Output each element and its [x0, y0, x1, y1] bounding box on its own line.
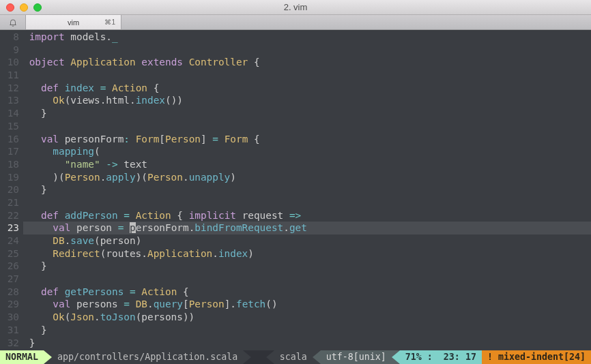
- line-number: 20: [0, 183, 19, 196]
- code-line[interactable]: [23, 196, 591, 209]
- notifications-button[interactable]: [0, 15, 26, 29]
- code-line[interactable]: object Application extends Controller {: [23, 56, 591, 69]
- titlebar: 2. vim: [0, 0, 591, 15]
- code-line[interactable]: }: [23, 337, 591, 350]
- line-number: 29: [0, 298, 19, 311]
- code-line[interactable]: def getPersons = Action {: [23, 286, 591, 299]
- line-number: 16: [0, 133, 19, 146]
- code-line[interactable]: [23, 44, 591, 57]
- line-number: 11: [0, 69, 19, 82]
- line-number: 10: [0, 56, 19, 69]
- tab-shortcut: ⌘1: [104, 18, 115, 26]
- separator-icon: [266, 350, 274, 364]
- line-number: 21: [0, 196, 19, 209]
- code-line[interactable]: import models._: [23, 31, 591, 44]
- tab-bar-rest: [121, 15, 591, 29]
- line-number: 23: [0, 222, 19, 234]
- code-line[interactable]: }: [23, 107, 591, 120]
- line-number: 12: [0, 82, 19, 95]
- line-number: 25: [0, 247, 19, 260]
- separator-icon: [243, 350, 251, 364]
- line-number: 19: [0, 171, 19, 184]
- code-line[interactable]: Ok(views.html.index()): [23, 94, 591, 107]
- status-file-path: app/controllers/Application.scala: [52, 350, 243, 364]
- code-line[interactable]: )(Person.apply)(Person.unapply): [23, 171, 591, 184]
- status-mode: NORMAL: [0, 350, 44, 364]
- separator-icon: [44, 350, 52, 364]
- code-line[interactable]: val personForm: Form[Person] = Form {: [23, 133, 591, 146]
- line-number: 24: [0, 234, 19, 247]
- tab-vim[interactable]: vim ⌘1: [26, 15, 121, 29]
- line-number: 28: [0, 286, 19, 299]
- line-number: 17: [0, 145, 19, 158]
- status-line: NORMAL app/controllers/Application.scala…: [0, 350, 591, 364]
- status-gap: [251, 350, 265, 364]
- code-line[interactable]: }: [23, 183, 591, 196]
- line-number: 22: [0, 209, 19, 222]
- code-line[interactable]: [23, 120, 591, 133]
- code-line[interactable]: mapping(: [23, 145, 591, 158]
- code-line[interactable]: def addPerson = Action { implicit reques…: [23, 209, 591, 222]
- line-number: 9: [0, 44, 19, 57]
- line-number: 18: [0, 158, 19, 171]
- code-line[interactable]: "name" -> text: [23, 158, 591, 171]
- line-number: 13: [0, 94, 19, 107]
- editor[interactable]: 8910111213141516171819202122232425262728…: [0, 30, 591, 350]
- tab-bar: vim ⌘1: [0, 15, 591, 30]
- line-number: 30: [0, 311, 19, 324]
- line-number: 8: [0, 31, 19, 44]
- code-line[interactable]: val person = personForm.bindFromRequest.…: [23, 222, 591, 234]
- bell-icon: [8, 18, 18, 27]
- status-filetype: scala: [274, 350, 313, 364]
- code-line[interactable]: Ok(Json.toJson(persons)): [23, 311, 591, 324]
- separator-icon: [313, 350, 321, 364]
- code-line[interactable]: [23, 69, 591, 82]
- status-warning: ! mixed-indent[24]: [482, 350, 591, 364]
- code-line[interactable]: def index = Action {: [23, 82, 591, 95]
- code-line[interactable]: val persons = DB.query[Person].fetch(): [23, 298, 591, 311]
- line-number: 14: [0, 107, 19, 120]
- line-number-gutter: 8910111213141516171819202122232425262728…: [0, 31, 23, 350]
- code-line[interactable]: }: [23, 324, 591, 337]
- code-line[interactable]: }: [23, 260, 591, 273]
- code-line[interactable]: DB.save(person): [23, 234, 591, 247]
- line-number: 27: [0, 273, 19, 286]
- separator-icon: [392, 350, 400, 364]
- code-line[interactable]: [23, 273, 591, 286]
- line-number: 31: [0, 324, 19, 337]
- code-area[interactable]: import models._ object Application exten…: [23, 31, 591, 350]
- line-number: 32: [0, 337, 19, 350]
- line-number: 15: [0, 120, 19, 133]
- code-line[interactable]: Redirect(routes.Application.index): [23, 247, 591, 260]
- status-position: 71% : 23: 17: [400, 350, 482, 364]
- window-title: 2. vim: [0, 2, 591, 12]
- line-number: 26: [0, 260, 19, 273]
- status-encoding: utf-8[unix]: [321, 350, 392, 364]
